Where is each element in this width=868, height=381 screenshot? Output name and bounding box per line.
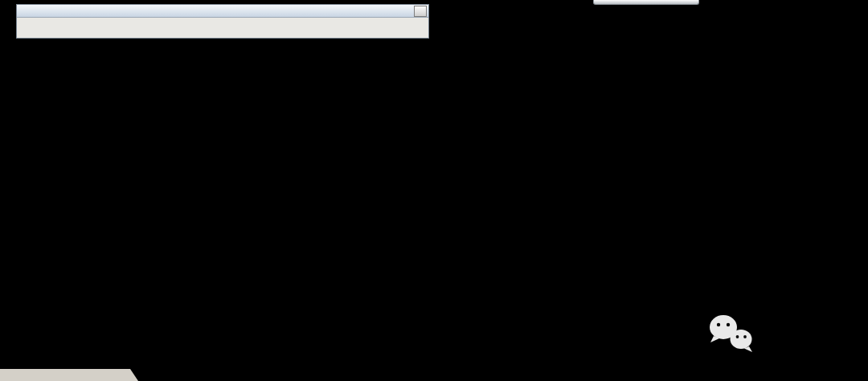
- toolbar-title-bar[interactable]: [17, 5, 428, 18]
- wechat-icon: [707, 313, 754, 354]
- toolbar-icon-row: [17, 18, 428, 38]
- watermark: [707, 313, 762, 354]
- layout-tab-strip: [0, 369, 142, 381]
- close-icon[interactable]: [414, 6, 427, 17]
- background-window-fragment: [593, 0, 699, 5]
- application-window: [0, 0, 868, 381]
- plugin-toolbar-window: [16, 4, 429, 39]
